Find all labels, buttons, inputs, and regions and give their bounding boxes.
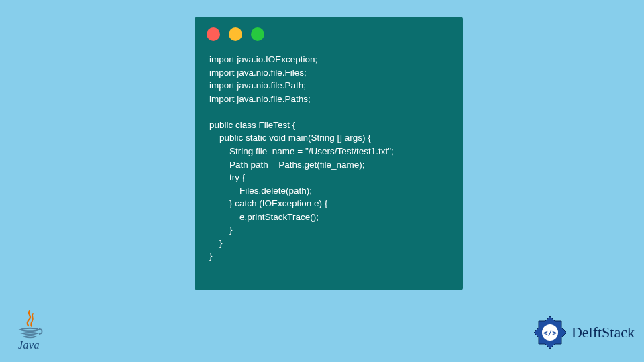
svg-text:</>: </> [543,328,557,337]
java-logo: Java [12,310,46,351]
window-traffic-lights [195,17,463,46]
code-window: import java.io.IOException; import java.… [195,17,463,290]
delftstack-logo-text: DelftStack [572,324,635,341]
delftstack-badge-icon: </> [533,315,568,350]
java-logo-text: Java [12,339,46,351]
delftstack-logo: </> DelftStack [533,315,635,350]
close-icon [207,27,220,41]
code-block: import java.io.IOException; import java.… [195,46,463,269]
maximize-icon [251,27,264,41]
java-cup-icon [12,310,46,339]
minimize-icon [229,27,242,41]
